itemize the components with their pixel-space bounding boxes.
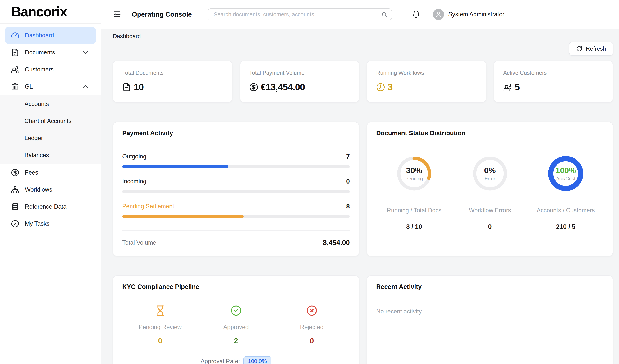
user-name: System Administrator bbox=[448, 11, 504, 18]
kyc-pipeline-card: KYC Compliance Pipeline Pending Review 0… bbox=[113, 276, 359, 364]
gauge-value: 0 bbox=[488, 223, 492, 230]
sidebar-subitem-chart-of-accounts[interactable]: Chart of Accounts bbox=[0, 112, 101, 129]
clock-icon bbox=[376, 83, 385, 92]
card-header: KYC Compliance Pipeline bbox=[113, 276, 359, 298]
sidebar-item-label: Documents bbox=[25, 49, 55, 56]
check-circle-icon bbox=[11, 220, 19, 228]
main-content: Dashboard Refresh Total Documents 10 Tot… bbox=[101, 29, 619, 364]
subitem-label: Balances bbox=[25, 152, 49, 159]
sidebar-item-my-tasks[interactable]: My Tasks bbox=[5, 215, 96, 232]
payment-row-outgoing: Outgoing 7 bbox=[122, 153, 350, 168]
kyc-stage-value: 0 bbox=[310, 337, 314, 345]
sidebar-collapse-button[interactable] bbox=[113, 10, 122, 19]
stat-value: 5 bbox=[515, 82, 520, 92]
search-input[interactable] bbox=[208, 9, 377, 20]
stat-card-active-customers: Active Customers 5 bbox=[494, 60, 613, 103]
sidebar-item-label: Reference Data bbox=[25, 203, 67, 210]
file-text-icon bbox=[122, 83, 131, 92]
page-title: Operating Console bbox=[132, 11, 192, 18]
card-header: Payment Activity bbox=[113, 122, 359, 144]
sidebar-nav: Dashboard Documents Customers GL Account… bbox=[0, 24, 101, 232]
empty-state-text: No recent activity. bbox=[376, 308, 604, 315]
server-icon bbox=[11, 203, 19, 211]
approval-rate-badge: 100.0% bbox=[243, 356, 271, 364]
sidebar-item-fees[interactable]: Fees bbox=[5, 164, 96, 181]
stat-value: 10 bbox=[134, 82, 143, 92]
charts-row: Payment Activity Outgoing 7 Incoming 0 bbox=[113, 122, 613, 256]
gauge-value: 3 / 10 bbox=[406, 223, 422, 230]
card-title: Recent Activity bbox=[376, 283, 604, 290]
sidebar-item-label: GL bbox=[25, 83, 33, 90]
total-volume-value: 8,454.00 bbox=[323, 239, 350, 247]
logo-wrap: Bancorix bbox=[0, 0, 101, 24]
top-header: Operating Console System Administrator bbox=[101, 0, 619, 29]
gauge-error: 0% Error Workflow Errors 0 bbox=[452, 155, 528, 248]
kyc-stage-pending-review: Pending Review 0 bbox=[122, 305, 198, 345]
payment-row-pending-settlement: Pending Settlement 8 bbox=[122, 203, 350, 218]
card-header: Document Status Distribution bbox=[367, 122, 613, 144]
refresh-label: Refresh bbox=[586, 45, 606, 52]
sidebar-subitem-ledger[interactable]: Ledger bbox=[0, 129, 101, 147]
refresh-button[interactable]: Refresh bbox=[569, 42, 613, 56]
stat-label: Running Workflows bbox=[376, 70, 477, 76]
hourglass-icon bbox=[155, 305, 166, 316]
avatar[interactable] bbox=[433, 9, 444, 20]
card-title: Payment Activity bbox=[122, 129, 350, 137]
kyc-stage-value: 0 bbox=[158, 337, 162, 345]
document-status-body: 30% Pending Running / Total Docs 3 / 10 bbox=[367, 144, 613, 256]
sidebar-subitem-balances[interactable]: Balances bbox=[0, 147, 101, 164]
notifications-button[interactable] bbox=[412, 10, 420, 19]
payment-row-value: 7 bbox=[346, 153, 350, 160]
sidebar-item-label: Fees bbox=[25, 169, 38, 176]
gauge-label: Workflow Errors bbox=[469, 207, 511, 214]
sidebar-item-label: Dashboard bbox=[25, 32, 54, 39]
sidebar-item-workflows[interactable]: Workflows bbox=[5, 181, 96, 198]
users-icon bbox=[503, 83, 512, 92]
sidebar-subitem-accounts[interactable]: Accounts bbox=[0, 95, 101, 112]
approval-rate-row: Approval Rate: 100.0% bbox=[122, 356, 350, 364]
payment-row-label: Outgoing bbox=[122, 153, 146, 160]
approval-rate-label: Approval Rate: bbox=[201, 358, 240, 364]
landmark-icon bbox=[11, 83, 19, 91]
chevron-down-icon bbox=[82, 48, 90, 56]
menu-fold-icon bbox=[113, 10, 121, 19]
search-icon bbox=[381, 11, 387, 17]
gauge-percent: 0% bbox=[484, 166, 496, 175]
recent-activity-body: No recent activity. bbox=[367, 298, 613, 364]
stat-value: 3 bbox=[388, 82, 393, 92]
payment-row-value: 0 bbox=[346, 178, 350, 185]
sidebar-item-gl[interactable]: GL bbox=[5, 78, 96, 95]
stat-label: Total Documents bbox=[122, 70, 223, 76]
gauge-label: Accounts / Customers bbox=[537, 207, 595, 214]
donut-error: 0% Error bbox=[472, 155, 508, 192]
search-button[interactable] bbox=[377, 9, 392, 20]
kyc-stage-approved: Approved 2 bbox=[198, 305, 274, 345]
kyc-body: Pending Review 0 Approved 2 Rejected 0 bbox=[113, 298, 359, 364]
sidebar-item-reference-data[interactable]: Reference Data bbox=[5, 198, 96, 215]
stat-card-total-payment-volume: Total Payment Volume €13,454.00 bbox=[240, 60, 360, 103]
kyc-stage-value: 2 bbox=[234, 337, 238, 345]
total-volume-row: Total Volume 8,454.00 bbox=[122, 239, 350, 247]
stat-value: €13,454.00 bbox=[261, 82, 305, 92]
divider bbox=[122, 230, 350, 231]
file-text-icon bbox=[11, 48, 19, 56]
payment-row-label: Pending Settlement bbox=[122, 203, 174, 210]
sidebar-item-label: My Tasks bbox=[25, 220, 50, 227]
sidebar: Bancorix Dashboard Documents Customers G… bbox=[0, 0, 101, 364]
payment-row-incoming: Incoming 0 bbox=[122, 178, 350, 193]
gauge-sublabel: Error bbox=[485, 176, 495, 182]
kyc-stage-label: Approved bbox=[223, 324, 249, 331]
subitem-label: Ledger bbox=[25, 135, 43, 141]
sidebar-item-dashboard[interactable]: Dashboard bbox=[5, 27, 96, 44]
progress-track bbox=[122, 165, 350, 168]
progress-track bbox=[122, 215, 350, 218]
card-title: Document Status Distribution bbox=[376, 129, 604, 137]
document-status-card: Document Status Distribution 30% Pending bbox=[366, 122, 613, 256]
sidebar-item-customers[interactable]: Customers bbox=[5, 61, 96, 78]
sidebar-item-documents[interactable]: Documents bbox=[5, 44, 96, 61]
gauge-label: Running / Total Docs bbox=[387, 207, 441, 214]
card-header: Recent Activity bbox=[367, 276, 613, 298]
progress-fill bbox=[122, 215, 244, 218]
payment-row-value: 8 bbox=[346, 203, 350, 210]
payment-row-label: Incoming bbox=[122, 178, 146, 185]
